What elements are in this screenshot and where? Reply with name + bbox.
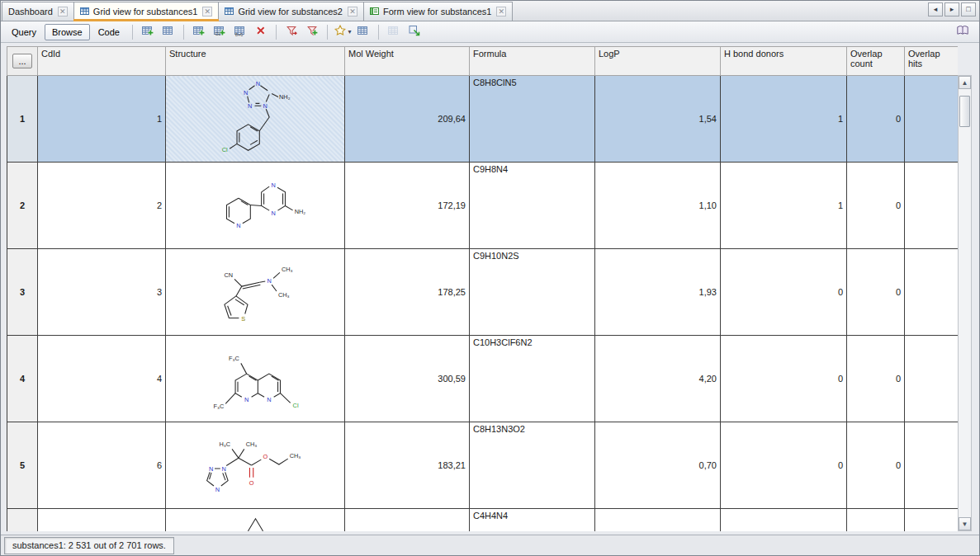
maximize-window-button[interactable]: □ bbox=[961, 2, 976, 16]
cell-overlap-count[interactable]: 0 bbox=[847, 422, 905, 509]
view-options-button[interactable] bbox=[353, 23, 373, 41]
column-header-structure[interactable]: Structure bbox=[166, 47, 345, 76]
row-number-cell[interactable]: 5 bbox=[7, 422, 38, 509]
tab-close-icon[interactable]: ✕ bbox=[348, 7, 357, 16]
cell-formula[interactable]: C8H8ClN5 bbox=[470, 76, 595, 163]
row-number-cell[interactable]: 1 bbox=[7, 76, 38, 163]
workspace-book-button[interactable] bbox=[953, 23, 973, 41]
new-query-button[interactable] bbox=[302, 23, 322, 41]
cell-structure[interactable] bbox=[166, 249, 345, 336]
tab-grid-view-for-substances2[interactable]: Grid view for substances2✕ bbox=[219, 2, 364, 21]
cell-cdid[interactable]: 3 bbox=[38, 249, 166, 336]
table-row[interactable]: 56183,21C8H13N3O20,7000 bbox=[7, 422, 959, 509]
cell-h-bond-donors[interactable]: 0 bbox=[721, 422, 847, 509]
cell-formula[interactable]: C9H10N2S bbox=[470, 249, 595, 336]
cell-mol-weight[interactable]: 178,25 bbox=[345, 249, 470, 336]
cell-cdid[interactable] bbox=[38, 509, 166, 532]
vertical-scrollbar[interactable]: ▲ ▼ bbox=[958, 75, 972, 531]
row-number-cell[interactable]: 6 bbox=[7, 509, 38, 532]
cell-overlap-hits[interactable] bbox=[905, 76, 959, 163]
table-row[interactable]: 22172,19C9H8N41,1010 bbox=[7, 163, 959, 249]
column-header-formula[interactable]: Formula bbox=[470, 47, 595, 76]
cell-overlap-hits[interactable] bbox=[905, 249, 959, 336]
tab-dashboard[interactable]: Dashboard✕ bbox=[2, 2, 74, 21]
cell-mol-weight[interactable]: 300,59 bbox=[345, 336, 470, 422]
cell-mol-weight[interactable] bbox=[345, 509, 470, 532]
scroll-up-button[interactable]: ▲ bbox=[959, 76, 971, 89]
new-data-tree-button[interactable] bbox=[138, 23, 158, 41]
cell-formula[interactable]: C4H4N4 bbox=[470, 509, 595, 532]
cell-logp[interactable]: 4,20 bbox=[595, 336, 721, 422]
column-header-overlap-hits[interactable]: Overlap hits bbox=[905, 47, 959, 76]
cell-h-bond-donors[interactable]: 1 bbox=[721, 163, 847, 249]
cell-overlap-hits[interactable] bbox=[905, 509, 959, 532]
table-options-button[interactable]: ... bbox=[12, 54, 32, 68]
mode-code-button[interactable]: Code bbox=[91, 24, 127, 40]
cell-overlap-count[interactable] bbox=[847, 509, 905, 532]
table-row[interactable]: 33178,25C9H10N2S1,9300 bbox=[7, 249, 959, 336]
column-header-h-bond-donors[interactable]: H bond donors bbox=[721, 47, 847, 76]
cell-logp[interactable]: 0,70 bbox=[595, 422, 721, 509]
cell-cdid[interactable]: 6 bbox=[38, 422, 166, 509]
column-header-logp[interactable]: LogP bbox=[595, 47, 721, 76]
scrollbar-track[interactable] bbox=[959, 89, 971, 517]
cell-h-bond-donors[interactable] bbox=[721, 509, 847, 532]
cell-structure[interactable] bbox=[166, 76, 345, 163]
tab-close-icon[interactable]: ✕ bbox=[58, 7, 68, 16]
cell-mol-weight[interactable]: 183,21 bbox=[345, 422, 470, 509]
cell-h-bond-donors[interactable]: 0 bbox=[721, 249, 847, 336]
tab-close-icon[interactable]: ✕ bbox=[202, 7, 212, 16]
cell-cdid[interactable]: 4 bbox=[38, 336, 166, 422]
scroll-down-button[interactable]: ▼ bbox=[959, 517, 971, 530]
cell-mol-weight[interactable]: 209,64 bbox=[345, 76, 470, 163]
delete-rows-button[interactable] bbox=[251, 23, 271, 41]
favorites-star-button[interactable]: ▾ bbox=[333, 23, 353, 41]
cell-h-bond-donors[interactable]: 0 bbox=[721, 336, 847, 422]
cell-cdid[interactable]: 2 bbox=[38, 163, 166, 249]
column-header-cdid[interactable]: CdId bbox=[38, 47, 166, 76]
cell-logp[interactable]: 1,54 bbox=[595, 76, 721, 163]
add-row-clipboard-button[interactable]: CL bbox=[210, 23, 230, 41]
merge-rows-button[interactable]: 8+0 bbox=[230, 23, 250, 41]
mode-query-button[interactable]: Query bbox=[4, 24, 44, 40]
cell-overlap-count[interactable]: 0 bbox=[847, 163, 905, 249]
add-row-button[interactable] bbox=[189, 23, 209, 41]
tab-grid-view-for-substances1[interactable]: Grid view for substances1✕ bbox=[74, 2, 220, 21]
scrollbar-thumb[interactable] bbox=[959, 96, 970, 127]
cell-cdid[interactable]: 1 bbox=[38, 76, 166, 163]
row-number-cell[interactable]: 3 bbox=[7, 249, 38, 336]
table-row[interactable]: 6C4H4N4 bbox=[7, 509, 959, 532]
cell-structure[interactable] bbox=[166, 509, 345, 532]
cell-formula[interactable]: C8H13N3O2 bbox=[470, 422, 595, 509]
cell-overlap-hits[interactable] bbox=[905, 163, 959, 249]
cell-structure[interactable] bbox=[166, 163, 345, 249]
table-row[interactable]: 44300,59C10H3ClF6N24,2000 bbox=[7, 336, 959, 422]
cell-mol-weight[interactable]: 172,19 bbox=[345, 163, 470, 249]
cell-overlap-hits[interactable] bbox=[905, 336, 959, 422]
cell-formula[interactable]: C9H8N4 bbox=[470, 163, 595, 249]
column-header-mol-weight[interactable]: Mol Weight bbox=[345, 47, 470, 76]
row-number-cell[interactable]: 2 bbox=[7, 163, 38, 249]
cell-structure[interactable] bbox=[166, 336, 345, 422]
row-number-cell[interactable]: 4 bbox=[7, 336, 38, 422]
data-tree-list-button[interactable] bbox=[159, 23, 178, 41]
cell-h-bond-donors[interactable]: 1 bbox=[721, 76, 847, 163]
cell-overlap-count[interactable]: 0 bbox=[847, 336, 905, 422]
column-header-overlap-count[interactable]: Overlap count bbox=[847, 47, 905, 76]
cell-logp[interactable]: 1,93 bbox=[595, 249, 721, 336]
compare-views-button[interactable] bbox=[384, 23, 404, 41]
tab-scroll-right-button[interactable]: ▸ bbox=[944, 2, 959, 16]
table-row[interactable]: 11209,64C8H8ClN51,5410 bbox=[7, 76, 959, 163]
export-data-button[interactable] bbox=[405, 23, 424, 41]
cell-logp[interactable]: 1,10 bbox=[595, 163, 721, 249]
run-query-button[interactable] bbox=[282, 23, 301, 41]
mode-browse-button[interactable]: Browse bbox=[45, 24, 90, 40]
tab-close-icon[interactable]: ✕ bbox=[496, 7, 506, 16]
cell-overlap-count[interactable]: 0 bbox=[847, 249, 905, 336]
cell-formula[interactable]: C10H3ClF6N2 bbox=[470, 336, 595, 422]
cell-overlap-hits[interactable] bbox=[905, 422, 959, 509]
tab-scroll-left-button[interactable]: ◂ bbox=[928, 2, 943, 16]
cell-overlap-count[interactable]: 0 bbox=[847, 76, 905, 163]
tab-form-view-for-substances1[interactable]: Form view for substances1✕ bbox=[364, 2, 513, 21]
cell-structure[interactable] bbox=[166, 422, 345, 509]
